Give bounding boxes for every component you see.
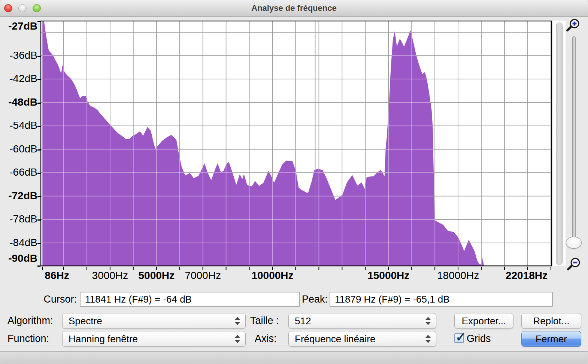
y-axis-label: -60dB — [0, 143, 37, 155]
peak-label: Peak: — [302, 292, 327, 307]
frequency-analysis-window: Analyse de fréquence -27dB-36dB-42dB-48d… — [0, 0, 588, 364]
function-label: Function: — [7, 331, 60, 346]
zoom-in-icon[interactable] — [565, 18, 581, 34]
stepper-arrows-icon — [234, 313, 240, 328]
algorithm-value: Spectre — [69, 315, 102, 327]
y-axis-label: -84dB — [0, 237, 37, 249]
y-axis-tick — [37, 56, 40, 57]
stepper-arrows-icon — [425, 313, 431, 328]
y-axis-label: -27dB — [0, 20, 37, 32]
y-axis-tick — [37, 196, 40, 197]
close-dialog-button[interactable]: Fermer — [521, 331, 581, 347]
y-axis-tick — [37, 103, 40, 104]
peak-readout-field[interactable]: 11879 Hz (F#9) = -65,1 dB — [330, 292, 553, 307]
algorithm-dropdown[interactable]: Spectre — [62, 313, 246, 329]
cursor-label: Cursor: — [0, 292, 77, 307]
y-axis-tick — [37, 149, 40, 151]
y-axis-tick — [37, 266, 40, 267]
axis-label: Axis: — [255, 331, 285, 346]
y-axis-label: -66dB — [0, 166, 37, 178]
function-value: Hanning fenêtre — [69, 333, 138, 345]
axis-dropdown[interactable]: Fréquence linéaire — [288, 331, 436, 347]
y-axis-label: -90dB — [0, 252, 37, 264]
x-axis-label: 18000Hz — [430, 270, 486, 282]
x-axis-label: 10000Hz — [245, 270, 301, 282]
function-dropdown[interactable]: Hanning fenêtre — [62, 331, 246, 347]
grids-checkbox[interactable]: ✓ — [454, 333, 464, 343]
checkmark-icon: ✓ — [455, 330, 466, 345]
size-label: Taille : — [250, 313, 284, 328]
algorithm-label: Algorithm: — [7, 313, 60, 328]
y-axis-label: -72dB — [0, 190, 37, 202]
size-dropdown[interactable]: 512 — [288, 313, 436, 329]
window-bottom-bar — [0, 351, 588, 364]
stepper-arrows-icon — [234, 331, 240, 346]
y-axis-tick — [37, 79, 40, 80]
replot-button[interactable]: Replot... — [521, 313, 581, 329]
axis-value: Fréquence linéaire — [295, 333, 375, 345]
y-axis-label: -48dB — [0, 96, 37, 108]
zoom-out-icon[interactable] — [566, 257, 582, 273]
stepper-arrows-icon — [425, 331, 431, 346]
x-axis-label: 15000Hz — [360, 270, 416, 282]
vertical-scrollbar[interactable] — [556, 22, 563, 265]
zoom-slider-track[interactable] — [572, 36, 576, 248]
y-axis-label: -54dB — [0, 119, 37, 131]
y-axis-label: -78dB — [0, 213, 37, 225]
size-value: 512 — [295, 315, 311, 327]
window-title: Analyse de fréquence — [0, 0, 588, 16]
y-axis-tick — [37, 243, 40, 244]
titlebar: Analyse de fréquence — [0, 0, 588, 17]
export-button[interactable]: Exporter... — [454, 313, 513, 329]
y-axis-tick — [37, 21, 40, 22]
x-axis-label: 22018Hz — [498, 270, 555, 282]
cursor-readout-field[interactable]: 11841 Hz (F#9) = -64 dB — [80, 292, 300, 307]
spectrum-plot[interactable] — [40, 21, 552, 271]
y-axis-tick — [37, 219, 40, 221]
grids-checkbox-label: Grids — [467, 331, 512, 346]
y-axis-label: -42dB — [0, 73, 37, 85]
x-axis-label: 86Hz — [29, 270, 85, 282]
y-axis-tick — [37, 173, 40, 174]
x-axis-label: 7000Hz — [175, 270, 231, 282]
y-axis-label: -36dB — [0, 49, 37, 61]
zoom-slider-thumb[interactable] — [566, 237, 582, 249]
y-axis-tick — [37, 126, 40, 127]
